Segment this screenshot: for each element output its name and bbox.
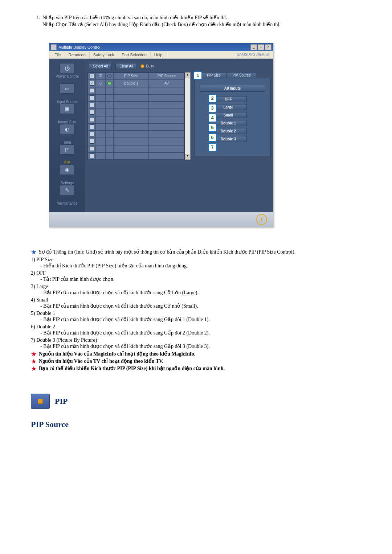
section-heading-pip-source: PIP Source: [31, 420, 361, 429]
callout-1: 1: [193, 71, 202, 80]
desc-item-6: 6) Double 2 - Bật PIP của màn hình được …: [31, 324, 361, 336]
callout-2: 2: [208, 94, 217, 103]
grid-row[interactable]: [88, 87, 184, 94]
row-checkbox[interactable]: [90, 139, 94, 144]
star-icon: ★: [31, 365, 37, 372]
callout-3: 3: [208, 104, 217, 112]
pip-heading: PIP: [31, 394, 361, 409]
note-3: ★ Bạn có thể điều khiển Kích thước PIP (…: [31, 365, 361, 372]
minimize-button[interactable]: _: [250, 44, 257, 50]
row-checkbox[interactable]: [90, 103, 94, 107]
app-icon: [51, 44, 57, 50]
grid-row[interactable]: [88, 145, 184, 152]
grid-header-status: [105, 73, 113, 80]
sidebar-item-settings[interactable]: Settings ✎: [49, 180, 85, 200]
statusbar: i: [49, 212, 273, 227]
grid-row[interactable]: [88, 152, 184, 160]
star-icon: ★: [31, 358, 37, 365]
row-checkbox[interactable]: [90, 110, 94, 115]
instruction-number: 1.: [31, 15, 42, 21]
info-grid: ✓ ID PIP Size PIP Source ✓ 0 Double 1 AV: [87, 72, 185, 160]
callout-5: 5: [208, 123, 217, 132]
desc-item-1: 1) PIP Size - Hiển thị Kích thước PIP (P…: [31, 257, 361, 269]
desc-item-5: 5) Double 1 - Bật PIP của màn hình được …: [31, 311, 361, 323]
sidebar-item-power-control[interactable]: ⏻ Power Control: [49, 62, 85, 82]
row-checkbox[interactable]: [90, 117, 94, 122]
desc-item-4: 4) Small - Bật PIP của màn hình được chọ…: [31, 297, 361, 309]
sidebar: ⏻ Power Control ▭ Input Source ▣ Image S…: [49, 59, 85, 212]
status-dot-icon: [107, 81, 111, 85]
time-icon: ◳: [60, 144, 75, 155]
menu-remocon[interactable]: Remocon: [65, 52, 90, 58]
sidebar-item-time[interactable]: Time ◳: [49, 139, 85, 159]
settings-icon: ✎: [60, 185, 75, 195]
pip-icon: ◉: [60, 165, 75, 175]
clear-all-button[interactable]: Clear All: [115, 63, 137, 69]
scroll-up-icon[interactable]: ▲: [185, 73, 190, 78]
row-checkbox[interactable]: [90, 153, 94, 158]
row-checkbox[interactable]: [90, 146, 94, 151]
grid-row[interactable]: [88, 138, 184, 145]
scroll-down-icon[interactable]: ▼: [185, 154, 190, 160]
grid-scrollbar[interactable]: ▲ ▼: [185, 72, 191, 160]
instruction-line-2: Nhấp Chọn Tất cả (Select All) hay dùng H…: [42, 21, 361, 28]
sidebar-item-maintenance[interactable]: Maintenance: [49, 200, 85, 209]
desc-item-3: 3) Large - Bật PIP của màn hình được chọ…: [31, 284, 361, 296]
busy-indicator: Busy: [140, 64, 154, 68]
titlebar: Multiple Display Control _ □ ×: [49, 43, 273, 51]
window-title: Multiple Display Control: [58, 45, 250, 49]
grid-row[interactable]: ✓ 0 Double 1 AV: [88, 80, 184, 87]
sidebar-item-remote[interactable]: ▭: [49, 82, 85, 98]
grid-row[interactable]: [88, 109, 184, 116]
sidebar-item-pip[interactable]: PIP ◉: [49, 159, 85, 180]
menu-file[interactable]: File: [51, 52, 65, 58]
menu-port-selection[interactable]: Port Selection: [118, 52, 150, 58]
close-button[interactable]: ×: [265, 44, 271, 50]
row-checkbox[interactable]: [90, 132, 94, 136]
sidebar-item-image-size[interactable]: Image Size ◐: [49, 119, 85, 139]
pip-heading-text: PIP: [55, 397, 68, 406]
row-checkbox[interactable]: [90, 124, 94, 129]
tab-pip-source[interactable]: PIP Source: [227, 72, 256, 78]
grid-row[interactable]: [88, 123, 184, 131]
tab-pip-size[interactable]: PIP Size: [201, 72, 226, 78]
maximize-button[interactable]: □: [258, 44, 264, 50]
grid-header-source: PIP Source: [149, 73, 184, 80]
grid-header-check[interactable]: ✓: [88, 73, 96, 80]
instruction-line-1: Nhấp vào PIP trên các biểu tượng chính v…: [42, 15, 361, 21]
grid-row[interactable]: [88, 94, 184, 102]
app-window: Multiple Display Control _ □ × File Remo…: [49, 43, 273, 227]
callout-4: 4: [208, 114, 217, 122]
all-inputs-button[interactable]: All Inputs: [200, 85, 265, 92]
note-2: ★ Nguồn tín hiệu Vào của TV chỉ hoạt độn…: [31, 358, 361, 365]
pip-heading-icon: [31, 394, 50, 409]
grid-row[interactable]: [88, 116, 184, 123]
grid-row[interactable]: [88, 131, 184, 138]
busy-dot-icon: [140, 64, 144, 68]
instruction-list: 1. Nhấp vào PIP trên các biểu tượng chín…: [31, 15, 361, 28]
right-panel: PIP Size PIP Source All Inputs OFF Large…: [193, 72, 271, 160]
grid-row[interactable]: [88, 102, 184, 109]
sidebar-item-input-source[interactable]: Input Source ▣: [49, 98, 85, 119]
row-checkbox[interactable]: ✓: [90, 81, 94, 86]
callout-6: 6: [208, 133, 217, 142]
menu-help[interactable]: Help: [151, 52, 167, 58]
main-area: Select All Clear All Busy ✓ ID PIP Size: [85, 59, 273, 212]
power-icon: ⏻: [60, 63, 75, 73]
menubar: File Remocon Safety Lock Port Selection …: [49, 51, 273, 59]
row-checkbox[interactable]: [90, 88, 94, 93]
remote-icon: ▭: [60, 83, 75, 94]
image-size-icon: ◐: [60, 124, 75, 134]
desc-item-2: 2) OFF - Tắt PIP của màn hình được chọn.: [31, 270, 361, 282]
brand-label: SAMSUNG DIGITall: [237, 53, 271, 57]
desc-item-7: 7) Double 3 (Picture By Picture) - Bật P…: [31, 337, 361, 349]
select-all-button[interactable]: Select All: [89, 63, 112, 69]
star-icon: ★: [31, 249, 37, 255]
row-checkbox[interactable]: [90, 95, 94, 100]
grid-header-size: PIP Size: [113, 73, 149, 80]
info-icon[interactable]: i: [256, 214, 267, 225]
note-1: ★ Nguồn tín hiệu Vào của MagicInfo chỉ h…: [31, 351, 361, 357]
menu-safety-lock[interactable]: Safety Lock: [90, 52, 118, 58]
star-icon: ★: [31, 351, 37, 357]
callout-7: 7: [208, 143, 217, 152]
